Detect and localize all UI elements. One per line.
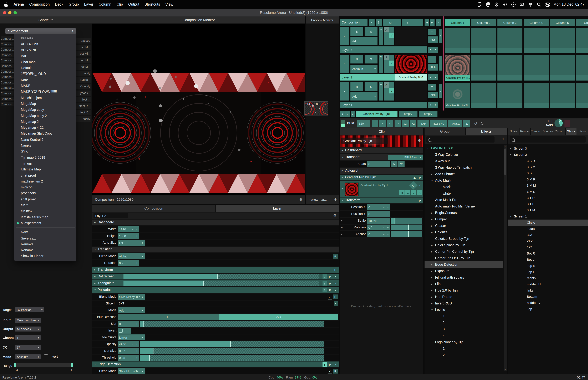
effect-item[interactable]: ▶Color Splash by Tijn <box>425 242 503 248</box>
slice-item[interactable]: Midden V <box>508 300 588 306</box>
prev-column-button[interactable]: ◀ <box>425 19 429 26</box>
section-arrow-icon[interactable]: ▶ <box>342 149 343 152</box>
layer-prev-clip-button[interactable]: ◀ <box>428 47 433 53</box>
layer-next-clip-button[interactable]: ▶ <box>433 47 438 53</box>
column-header-4[interactable]: Column 4 <box>524 19 549 26</box>
slider-handle[interactable] <box>408 225 409 230</box>
effect-item[interactable]: 4 <box>425 332 503 339</box>
composition-master-fader[interactable]: M <box>383 19 401 26</box>
column-header-5[interactable]: Column 5 <box>550 19 575 26</box>
effect-item[interactable]: 3 Way Hue by Tijn patch <box>425 164 503 171</box>
slice-item[interactable]: 1X1 <box>508 244 588 250</box>
expand-icon[interactable]: ↔ <box>409 181 418 190</box>
layer-m-fader[interactable]: M <box>379 55 383 60</box>
slice-item[interactable]: 3 T R <box>508 195 588 201</box>
strip-clip-active[interactable]: Gradiant Pro by Tijn1 <box>356 111 397 117</box>
effect-item[interactable]: ▶Hue 2.0 by Tijn <box>425 287 503 294</box>
slice-item[interactable]: Bottum <box>508 294 588 300</box>
slice-item[interactable]: Top L <box>508 269 588 275</box>
value-field[interactable]: 0−+ <box>367 204 390 210</box>
layer-bypass-button[interactable]: B <box>351 55 363 63</box>
preset-menu-action[interactable]: Save as... <box>14 235 76 241</box>
layer-clear-button[interactable]: × <box>340 82 349 100</box>
preset-menu-item[interactable]: Megamap Shift Copy <box>14 131 76 137</box>
value-slider[interactable] <box>391 231 422 237</box>
slice-item[interactable]: Top <box>508 306 588 312</box>
effect-item[interactable]: Auto Mask Pro <box>425 197 503 203</box>
preset-menu-item[interactable]: Tijn map 2-2019 <box>14 154 76 160</box>
value-slider[interactable] <box>391 225 422 230</box>
clip-cell[interactable] <box>471 55 496 80</box>
bpm-button-RESYNC[interactable]: RESYNC <box>431 120 447 127</box>
preset-menu-item[interactable]: Nienke <box>14 143 76 149</box>
preset-menu-item[interactable]: proef cory <box>14 190 76 196</box>
preset-menu-item[interactable]: Maschine jam <box>14 95 76 101</box>
effect-item[interactable]: ▼Auto Mask <box>425 177 503 184</box>
preset-menu-item[interactable]: Nano Kontrol 2 <box>14 137 76 143</box>
tree-arrow-icon[interactable]: ▶ <box>431 231 433 233</box>
effect-item[interactable]: 2 <box>425 320 503 326</box>
clip-cell[interactable] <box>445 28 470 53</box>
undo-button[interactable]: ↺ <box>473 120 479 127</box>
effect-item[interactable]: ▶Invert RGB <box>425 300 503 306</box>
preset-menu-action[interactable]: Rename... <box>14 247 76 253</box>
clip-cell[interactable] <box>576 55 588 80</box>
layer-chevron-button[interactable]: > <box>439 84 442 98</box>
decrement-button[interactable]: − <box>382 233 386 236</box>
column-header-1[interactable]: Column 1 <box>445 19 470 26</box>
column-header-3[interactable]: Column 3 <box>497 19 522 26</box>
effect-item[interactable]: 1 <box>425 345 503 352</box>
layer-clear-button[interactable]: × <box>340 55 349 73</box>
layer-active-clip-slot[interactable] <box>395 82 427 100</box>
strip-clip-empty-1[interactable]: empty <box>399 111 417 117</box>
effect-item[interactable]: ▶Colorize <box>425 229 503 235</box>
preset-menu-item[interactable]: tijn 2 <box>14 202 76 208</box>
decrement-button[interactable]: − <box>382 206 386 209</box>
layer-next-clip-button[interactable]: ▶ <box>433 74 438 80</box>
preset-menu-item[interactable]: MegaMap copy 2 <box>14 113 76 119</box>
preset-menu-item[interactable]: midicon <box>14 184 76 190</box>
clip-cell[interactable]: Gradiant Pro by Ti... <box>445 83 470 108</box>
beats-*2-button[interactable]: *2 <box>398 161 405 167</box>
tree-arrow-icon[interactable]: ▶ <box>431 173 433 175</box>
effect-item[interactable]: black <box>425 184 503 190</box>
slice-item[interactable]: ▼Screen 2 <box>508 152 588 158</box>
composition-chevron-button[interactable]: > <box>436 19 441 26</box>
preset-menu-item[interactable]: APC MINI <box>14 47 76 53</box>
clip-cell[interactable] <box>524 83 549 108</box>
column-header-6[interactable]: Colum <box>576 19 588 26</box>
clip-cell[interactable] <box>576 28 588 53</box>
tree-arrow-icon[interactable]: ▼ <box>510 215 512 217</box>
tree-arrow-icon[interactable]: ▶ <box>431 270 433 272</box>
tab-record[interactable]: Record <box>554 128 565 134</box>
tree-arrow-icon[interactable]: ▶ <box>431 283 433 285</box>
composition-header-label[interactable]: Composition <box>340 19 368 26</box>
effect-item[interactable]: ▶Corner Pin Control by Tijn <box>425 248 503 255</box>
layer-m-fader[interactable]: M <box>379 82 383 88</box>
preset-menu-item[interactable]: machine jam 2 <box>14 178 76 184</box>
layer-blendmode-select[interactable]: Add▼ <box>351 92 377 100</box>
bpm-button-[interactable]: − <box>372 120 378 127</box>
effect-item[interactable]: 3 Way Colorize <box>425 151 503 158</box>
preset-menu-item[interactable]: MegaMap copy <box>14 107 76 113</box>
slice-item[interactable]: links <box>508 287 588 294</box>
tree-arrow-icon[interactable]: ▼ <box>431 180 433 182</box>
effect-item[interactable]: ▶Chaser <box>425 223 503 229</box>
bpm-button-[interactable]: ⇥ <box>394 120 401 127</box>
effect-item[interactable]: Corner Pin OSC by Tijn <box>425 255 503 261</box>
bpm-button-2[interactable]: /2 <box>402 120 409 127</box>
beats-/2-button[interactable]: /2 <box>391 161 397 167</box>
bpm-button-TAP[interactable]: TAP <box>417 120 429 127</box>
preset-menu-action[interactable]: Show in Finder <box>14 253 76 259</box>
effect-item[interactable]: ▶Edge Detection <box>425 261 503 268</box>
param-menu-button[interactable]: P, <box>418 175 422 180</box>
preset-menu-item[interactable]: Megamap 2 <box>14 119 76 125</box>
preset-menu-item[interactable]: Ultimate Map <box>14 166 76 172</box>
slice-item[interactable]: 3 M R <box>508 176 588 183</box>
clip-strip-thumbnail[interactable]: Gradiant Pro by Tijn1 ⚙ <box>340 135 423 147</box>
slice-item[interactable]: midden H <box>508 281 588 287</box>
decrement-button[interactable]: − <box>382 219 386 222</box>
bpm-sync-select[interactable]: BPM Sync▼ <box>388 155 423 160</box>
strip-chevron-button[interactable]: > <box>351 111 354 117</box>
preset-menu-action[interactable]: New... <box>14 229 76 235</box>
